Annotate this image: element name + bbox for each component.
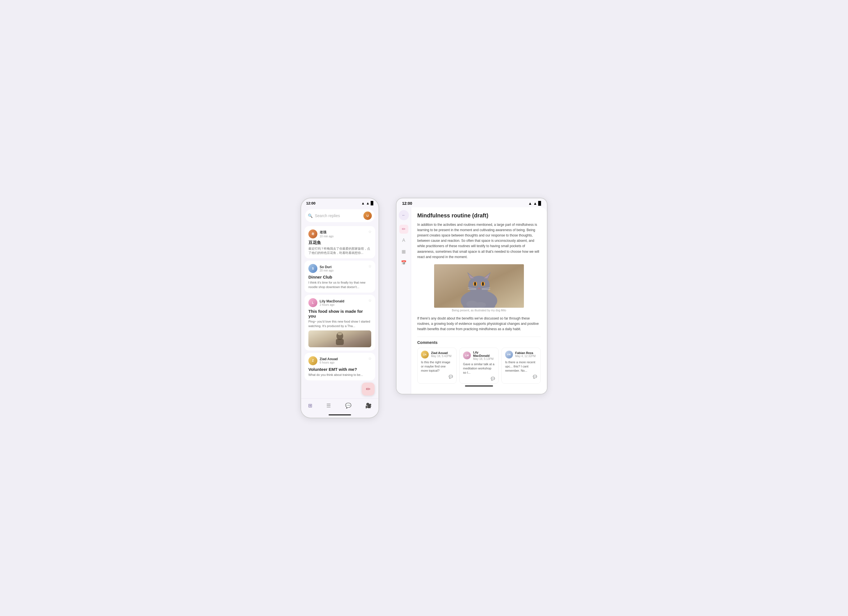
wifi-icon: ▲ bbox=[361, 201, 365, 205]
list-item[interactable]: S So Duri 20 min ago ☆ Dinner Club I thi… bbox=[301, 259, 378, 294]
compose-fab-button[interactable]: ✏ bbox=[362, 383, 375, 395]
msg-preview-4: What do you think about training to be..… bbox=[308, 373, 371, 377]
nav-grid-icon[interactable]: ⊞ bbox=[306, 401, 314, 410]
chef-silhouette bbox=[331, 331, 348, 346]
star-button-4[interactable]: ☆ bbox=[368, 356, 372, 361]
msg-preview-1: 最近忙吗？昨晚我去了你最爱的那家饭馆，点了他们的特色豆花鱼，吃着吃着就想你... bbox=[308, 247, 371, 255]
comment-date-1: May 18, 5:42PM bbox=[431, 355, 452, 358]
sidebar-image-tool[interactable]: ▦ bbox=[399, 247, 408, 256]
tablet-sidebar: ← ✏ A ▦ 📅 bbox=[396, 207, 411, 394]
search-input[interactable]: Search replies bbox=[315, 213, 361, 218]
list-item[interactable]: 老 老强 10 min ago ☆ 豆花鱼 最近忙吗？昨晚我去了你最爱的那家饭馆… bbox=[301, 225, 378, 260]
pencil-icon: ✏ bbox=[366, 386, 371, 392]
phone-time: 12:00 bbox=[306, 201, 316, 205]
comment-avatar-3: FR bbox=[505, 351, 513, 358]
msg-meta-1: 老强 10 min ago bbox=[320, 230, 334, 238]
star-button-3[interactable]: ☆ bbox=[368, 298, 372, 303]
tablet-status-bar: 12:00 ▲ ▲ ▉ bbox=[396, 198, 547, 207]
image-tool-icon: ▦ bbox=[402, 249, 406, 254]
signal-icon: ▲ bbox=[366, 201, 369, 205]
avatar-initial: Z bbox=[312, 359, 314, 362]
comments-section: Comments ZA Ziad Aouad May 18, 5:42PM bbox=[417, 337, 541, 384]
comment-card-1[interactable]: ZA Ziad Aouad May 18, 5:42PM Is this the… bbox=[417, 348, 457, 384]
msg-meta-4: Ziad Aouad 6 hours ago bbox=[320, 357, 338, 364]
cat-image-svg bbox=[434, 264, 524, 308]
svg-rect-1 bbox=[336, 339, 344, 345]
article-body-1: In addition to the activities and routin… bbox=[417, 222, 541, 260]
comment-meta-1: Ziad Aouad May 18, 5:42PM bbox=[431, 351, 452, 358]
phone-device: 12:00 ▲ ▲ ▉ 🔍 Search replies U 老 bbox=[301, 198, 379, 419]
search-bar[interactable]: 🔍 Search replies U bbox=[305, 209, 375, 222]
svg-point-16 bbox=[482, 282, 484, 286]
comment-author-3: Fabian Reza bbox=[515, 351, 536, 355]
comment-author-1: Ziad Aouad bbox=[431, 351, 452, 355]
nav-list-icon[interactable]: ☰ bbox=[324, 401, 333, 410]
tablet-signal-icon: ▲ bbox=[533, 201, 537, 206]
sidebar-pencil-tool[interactable]: ✏ bbox=[399, 225, 408, 234]
comment-text-2: Gave a similar talk at a meditation work… bbox=[463, 362, 495, 375]
msg-sender-1: 老强 bbox=[320, 230, 334, 235]
msg-title-1: 豆花鱼 bbox=[308, 240, 371, 246]
comment-actions-1: 💬 bbox=[421, 375, 453, 379]
message-header-3: L Lily MacDonald 2 hours ago bbox=[308, 298, 371, 307]
msg-meta-2: So Duri 20 min ago bbox=[320, 265, 334, 272]
msg-time-2: 20 min ago bbox=[320, 269, 334, 272]
svg-point-15 bbox=[474, 282, 476, 286]
comment-date-3: May 4, 12:32PM bbox=[515, 355, 536, 358]
message-card-1[interactable]: 老 老强 10 min ago ☆ 豆花鱼 最近忙吗？昨晚我去了你最爱的那家饭馆… bbox=[304, 226, 375, 259]
comment-text-3: Is there a more recent upc... this? I ca… bbox=[505, 360, 537, 373]
message-list: 老 老强 10 min ago ☆ 豆花鱼 最近忙吗？昨晚我去了你最爱的那家饭馆… bbox=[301, 225, 378, 382]
pencil-tool-icon: ✏ bbox=[402, 227, 405, 232]
tablet-device: 12:00 ▲ ▲ ▉ ← ✏ A ▦ bbox=[396, 198, 547, 394]
star-button-2[interactable]: ☆ bbox=[368, 264, 372, 268]
calendar-tool-icon: 📅 bbox=[401, 260, 406, 265]
msg-sender-4: Ziad Aouad bbox=[320, 357, 338, 361]
msg-time-4: 6 hours ago bbox=[320, 361, 338, 364]
comment-header-1: ZA Ziad Aouad May 18, 5:42PM bbox=[421, 351, 453, 358]
comment-reply-icon-2[interactable]: 💬 bbox=[491, 377, 495, 381]
comment-reply-icon-3[interactable]: 💬 bbox=[533, 375, 537, 379]
message-header-2: S So Duri 20 min ago bbox=[308, 264, 371, 273]
comment-actions-3: 💬 bbox=[505, 375, 537, 379]
tablet-wifi-icon: ▲ bbox=[528, 201, 532, 206]
comment-date-2: May 18, 5:13PM bbox=[473, 357, 495, 360]
back-button[interactable]: ← bbox=[399, 210, 409, 220]
comment-card-3[interactable]: FR Fabian Reza May 4, 12:32PM Is there a… bbox=[501, 348, 541, 384]
nav-video-icon[interactable]: 🎥 bbox=[363, 401, 374, 410]
avatar-laozhan: 老 bbox=[308, 230, 317, 238]
text-tool-icon: A bbox=[402, 238, 405, 243]
msg-title-4: Volunteer EMT with me? bbox=[308, 367, 371, 372]
tablet-home-indicator bbox=[465, 385, 493, 386]
comment-avatar-initial-1: ZA bbox=[423, 353, 427, 356]
comment-header-3: FR Fabian Reza May 4, 12:32PM bbox=[505, 351, 537, 358]
comments-heading: Comments bbox=[417, 340, 541, 345]
comment-text-1: Is this the right image or maybe find on… bbox=[421, 360, 453, 373]
svg-point-23 bbox=[475, 302, 486, 308]
tablet-main-area: ← ✏ A ▦ 📅 Mindfulness routine (draft) In bbox=[396, 207, 547, 394]
scene: 12:00 ▲ ▲ ▉ 🔍 Search replies U 老 bbox=[284, 181, 564, 435]
message-card-3[interactable]: L Lily MacDonald 2 hours ago ☆ This food… bbox=[304, 295, 375, 351]
msg-meta-3: Lily MacDonald 2 hours ago bbox=[320, 299, 344, 306]
phone-status-bar: 12:00 ▲ ▲ ▉ bbox=[301, 198, 378, 207]
msg-title-3: This food show is made for you bbox=[308, 309, 371, 318]
message-card-2[interactable]: S So Duri 20 min ago ☆ Dinner Club I thi… bbox=[304, 261, 375, 293]
message-card-4[interactable]: Z Ziad Aouad 6 hours ago ☆ Volunteer EMT… bbox=[304, 353, 375, 381]
sidebar-calendar-tool[interactable]: 📅 bbox=[399, 258, 408, 267]
sidebar-text-tool[interactable]: A bbox=[399, 236, 408, 245]
home-indicator bbox=[329, 414, 351, 415]
nav-chat-icon[interactable]: 💬 bbox=[343, 401, 354, 410]
comment-reply-icon-1[interactable]: 💬 bbox=[449, 375, 453, 379]
tablet-status-icons: ▲ ▲ ▉ bbox=[528, 201, 541, 206]
comment-card-2[interactable]: LM Lily MacDonald May 18, 5:13PM Gave a … bbox=[460, 348, 499, 384]
comment-avatar-1: ZA bbox=[421, 351, 429, 358]
comment-avatar-initial-2: LM bbox=[465, 354, 469, 357]
list-item[interactable]: L Lily MacDonald 2 hours ago ☆ This food… bbox=[301, 294, 378, 352]
avatar-lily: L bbox=[308, 298, 317, 307]
user-avatar-initial: U bbox=[366, 214, 369, 218]
tablet-battery-icon: ▉ bbox=[538, 201, 541, 206]
msg-title-2: Dinner Club bbox=[308, 275, 371, 279]
comments-list: ZA Ziad Aouad May 18, 5:42PM Is this the… bbox=[417, 348, 541, 384]
list-item[interactable]: Z Ziad Aouad 6 hours ago ☆ Volunteer EMT… bbox=[301, 352, 378, 382]
comment-author-2: Lily MacDonald bbox=[473, 351, 495, 357]
star-button-1[interactable]: ☆ bbox=[368, 230, 372, 234]
